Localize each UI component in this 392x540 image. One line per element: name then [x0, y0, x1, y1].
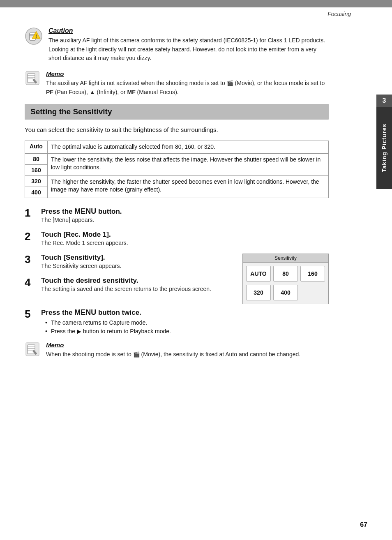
table-cell-desc: The higher the sensitivity, the faster t… [48, 175, 329, 198]
memo2-text: When the shooting mode is set to 🎬 (Movi… [46, 350, 300, 359]
bullet-2: Press the ▶ button to return to Playback… [45, 327, 329, 336]
main-content: ! Caution The auxiliary AF light of this… [0, 19, 353, 378]
sensitivity-btn-80[interactable]: 80 [273, 266, 298, 282]
page-label: Focusing [327, 11, 351, 17]
caution-content: Caution The auxiliary AF light of this c… [48, 27, 329, 63]
sensitivity-ui-title: Sensitivity [243, 254, 328, 263]
table-cell-desc: The lower the sensitivity, the less nois… [48, 153, 329, 175]
sensitivity-btn-160[interactable]: 160 [300, 266, 325, 282]
sensitivity-ui: Sensitivity AUTO 80 160 320 400 [242, 254, 329, 304]
table-cell-value: Auto [25, 141, 48, 153]
step-5-number: 5 [25, 308, 36, 320]
table-cell-value: 320 [25, 175, 48, 187]
page-header: Focusing [0, 7, 392, 19]
step-5-title: Press the MENU button twice. [41, 308, 329, 317]
step-1-desc: The [Menu] appears. [41, 217, 329, 223]
step-1-content: Press the MENU button. The [Menu] appear… [41, 207, 329, 226]
tab-number: 3 [376, 95, 392, 107]
sensitivity-btn-auto[interactable]: AUTO [246, 266, 271, 282]
step-2-title: Touch [Rec. Mode 1]. [41, 231, 329, 239]
step-4-title: Touch the desired sensitivity. [41, 277, 235, 285]
memo2-block: Memo When the shooting mode is set to 🎬 … [25, 342, 329, 359]
step-3-desc: The Sensitivity screen appears. [41, 263, 235, 269]
memo1-block: Memo The auxiliary AF light is not activ… [25, 70, 329, 97]
section-heading: Setting the Sensitivity [25, 104, 329, 120]
table-row: 320 The higher the sensitivity, the fast… [25, 175, 329, 187]
step-1-title: Press the MENU button. [41, 207, 329, 216]
sensitivity-btn-400[interactable]: 400 [273, 285, 298, 300]
caution-icon: ! [25, 27, 43, 45]
step-2-content: Touch [Rec. Mode 1]. The Rec. Mode 1 scr… [41, 231, 329, 249]
memo2-title: Memo [46, 342, 300, 348]
step-4-desc: The setting is saved and the screen retu… [41, 286, 235, 292]
table-row: 80 The lower the sensitivity, the less n… [25, 153, 329, 164]
memo2-icon [25, 342, 40, 357]
section-intro: You can select the sensitivity to suit t… [25, 125, 329, 135]
table-cell-desc: The optimal value is automatically selec… [48, 141, 329, 153]
memo1-content: Memo The auxiliary AF light is not activ… [46, 70, 329, 97]
sidebar-tab: Taking Pictures [376, 107, 392, 189]
sensitivity-btn-320[interactable]: 320 [246, 285, 271, 300]
step-5: 5 Press the MENU button twice. The camer… [25, 308, 329, 336]
table-row: Auto The optimal value is automatically … [25, 141, 329, 153]
caution-block: ! Caution The auxiliary AF light of this… [25, 27, 329, 63]
bullet-1: The camera returns to Capture mode. [45, 318, 329, 327]
memo1-title: Memo [46, 70, 329, 77]
step-2: 2 Touch [Rec. Mode 1]. The Rec. Mode 1 s… [25, 231, 329, 249]
table-cell-value: 160 [25, 164, 48, 175]
step-5-content: Press the MENU button twice. The camera … [41, 308, 329, 336]
steps-3-4-left: 3 Touch [Sensitivity]. The Sensitivity s… [25, 254, 235, 300]
page-number: 67 [360, 521, 367, 528]
step-4: 4 Touch the desired sensitivity. The set… [25, 277, 235, 295]
svg-text:!: ! [35, 34, 37, 39]
step-1-number: 1 [25, 207, 36, 219]
sensitivity-ui-image: Sensitivity AUTO 80 160 320 400 [242, 254, 329, 304]
step-4-number: 4 [25, 277, 36, 288]
caution-text: The auxiliary AF light of this camera co… [48, 36, 329, 63]
step-2-desc: The Rec. Mode 1 screen appears. [41, 240, 329, 246]
table-cell-value: 80 [25, 153, 48, 164]
memo1-icon [25, 70, 40, 86]
steps-3-4: 3 Touch [Sensitivity]. The Sensitivity s… [25, 254, 329, 304]
step-4-content: Touch the desired sensitivity. The setti… [41, 277, 235, 295]
step-1: 1 Press the MENU button. The [Menu] appe… [25, 207, 329, 226]
caution-title: Caution [48, 27, 329, 35]
step-2-number: 2 [25, 231, 36, 242]
step-3: 3 Touch [Sensitivity]. The Sensitivity s… [25, 254, 235, 272]
step-3-number: 3 [25, 254, 36, 265]
table-cell-value: 400 [25, 187, 48, 198]
sensitivity-ui-grid-row1: AUTO 80 160 [243, 263, 328, 285]
memo2-content: Memo When the shooting mode is set to 🎬 … [46, 342, 300, 359]
step-3-content: Touch [Sensitivity]. The Sensitivity scr… [41, 254, 235, 272]
sensitivity-ui-grid-row2: 320 400 [243, 285, 328, 304]
memo1-text: The auxiliary AF light is not activated … [46, 79, 329, 97]
step-5-bullets: The camera returns to Capture mode. Pres… [41, 318, 329, 336]
sensitivity-table: Auto The optimal value is automatically … [25, 141, 329, 198]
top-bar [0, 0, 392, 7]
step-3-title: Touch [Sensitivity]. [41, 254, 235, 262]
